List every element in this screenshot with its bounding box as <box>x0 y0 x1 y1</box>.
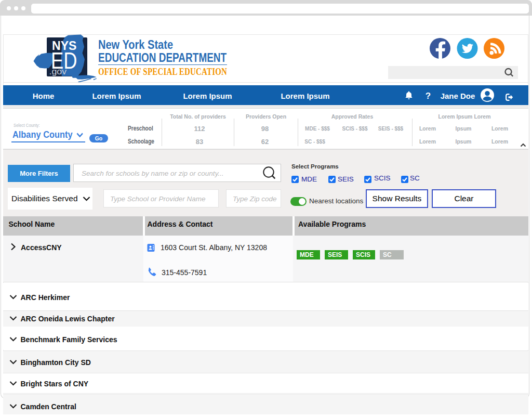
svg-text:.gov: .gov <box>49 67 67 76</box>
